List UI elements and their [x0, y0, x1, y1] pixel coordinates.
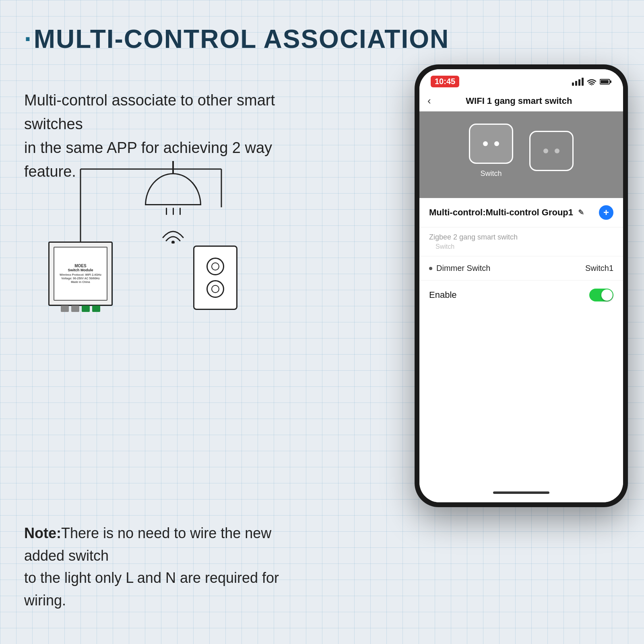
enable-label: Enable: [429, 290, 457, 300]
bar-1: [572, 83, 574, 86]
toggle-knob: [601, 289, 613, 301]
device-square-inactive: [529, 131, 574, 171]
device-dot-2: [494, 141, 499, 146]
bar-3: [578, 79, 580, 86]
dimmer-bullet: [429, 267, 432, 270]
device-dots-inactive: [543, 149, 559, 153]
back-button[interactable]: ‹: [427, 95, 431, 107]
module-made: Made in China: [71, 280, 90, 284]
ray-1: [166, 208, 167, 215]
title-dot: ·: [24, 24, 31, 54]
page-title: MULTI-CONTROL ASSOCIATION: [34, 24, 449, 54]
multi-control-title: Multi-control:Multi-control Group1 ✎: [429, 207, 584, 218]
home-bar: [419, 483, 623, 502]
phone-container: 10:45: [415, 64, 628, 531]
svg-point-4: [171, 241, 175, 244]
dimmer-name: Dimmer Switch: [436, 264, 490, 273]
bar-4: [582, 78, 584, 86]
device-dot-3: [543, 149, 548, 153]
lamp-shade: [145, 173, 201, 205]
device-square-active: [469, 124, 513, 164]
switch-button-2: [206, 280, 224, 298]
device-entry-1-sub: Switch: [429, 243, 613, 250]
add-button[interactable]: +: [599, 205, 613, 220]
device-area: Switch: [419, 111, 623, 186]
module-brand: MOES: [74, 264, 86, 268]
device-dots-active: [483, 141, 499, 146]
lamp-base: [172, 161, 174, 173]
device-icon-active: Switch: [469, 124, 513, 178]
ray-3: [180, 208, 181, 215]
device-switch-label: Switch: [480, 169, 502, 178]
dimmer-entry: Dimmer Switch Switch1: [419, 256, 623, 281]
ray-2: [173, 208, 174, 215]
switch-button-2-inner: [211, 285, 219, 293]
device-dot-1: [483, 141, 488, 146]
edit-icon[interactable]: ✎: [578, 208, 584, 217]
arrow-container: [419, 186, 623, 198]
wifi-signal-svg: [159, 221, 187, 244]
home-indicator: [493, 491, 549, 494]
multi-control-title-text: Multi-control:Multi-control Group1: [429, 207, 573, 218]
light-fixture: [145, 161, 201, 244]
note-body: There is no need to wire the new added s…: [24, 525, 279, 609]
device-icon-inactive: [529, 131, 574, 171]
content-area: Multi-control:Multi-control Group1 ✎ + Z…: [419, 198, 623, 483]
svg-rect-8: [610, 80, 611, 83]
diagram-area: MOES Switch Module Wireless Protocol: WI…: [24, 161, 298, 382]
terminal-l2: [82, 305, 90, 312]
switch-button-1: [206, 258, 224, 275]
bar-2: [575, 81, 577, 86]
lamp-rays: [145, 208, 201, 215]
status-bar: 10:45: [419, 69, 623, 91]
status-icons: [572, 78, 612, 86]
status-time: 10:45: [431, 76, 459, 87]
terminal-l: [71, 305, 79, 312]
device-entry-1-name: Zigbee 2 gang smart switch: [429, 233, 613, 242]
nav-bar: ‹ WIFI 1 gang smart switch: [419, 91, 623, 111]
dimmer-left: Dimmer Switch: [429, 264, 490, 273]
device-dot-4: [555, 149, 559, 153]
arrow-down-icon: [515, 186, 528, 194]
note-bold-label: Note:: [24, 525, 61, 541]
svg-point-5: [591, 85, 592, 85]
module-type: Switch Module: [68, 268, 93, 273]
wifi-signal: [145, 221, 201, 244]
switch-module: MOES Switch Module Wireless Protocol: WI…: [48, 242, 113, 306]
dimmer-value: Switch1: [585, 264, 613, 273]
battery-icon: [600, 78, 612, 85]
svg-rect-7: [601, 80, 609, 83]
device-entry-1: Zigbee 2 gang smart switch Switch: [419, 227, 623, 256]
wifi-icon: [587, 78, 597, 85]
wall-switch-panel: [193, 246, 237, 310]
enable-row: Enable: [419, 281, 623, 310]
note-section: Note:There is no need to wire the new ad…: [24, 522, 298, 612]
nav-title: WIFI 1 gang smart switch: [439, 96, 599, 106]
title-section: · MULTI-CONTROL ASSOCIATION: [24, 24, 449, 54]
module-voltage: Voltage: 90-250V AC 50/60Hz: [61, 277, 99, 280]
phone-screen: 10:45: [419, 69, 623, 502]
phone-outer: 10:45: [415, 64, 628, 507]
enable-toggle[interactable]: [589, 289, 613, 301]
signal-bars-icon: [572, 78, 584, 86]
module-terminals: [50, 305, 111, 312]
terminal-n: [92, 305, 100, 312]
terminal-s1: [61, 305, 69, 312]
module-protocol: Wireless Protocol: WIFI 2.4GHz: [60, 273, 101, 277]
multi-control-header: Multi-control:Multi-control Group1 ✎ +: [419, 198, 623, 227]
note-text: Note:There is no need to wire the new ad…: [24, 522, 298, 612]
switch-button-1-inner: [211, 262, 219, 270]
